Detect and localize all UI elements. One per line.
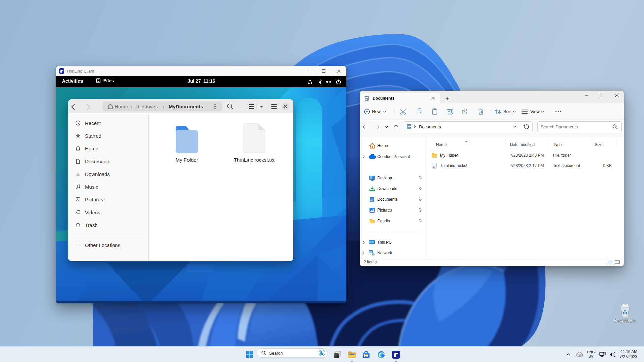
svg-text:7/23/2023 2:17 PM: 7/23/2023 2:17 PM: [510, 163, 544, 168]
svg-text:Size: Size: [595, 142, 603, 147]
svg-text:Search Documents: Search Documents: [541, 124, 578, 129]
svg-text:Home: Home: [377, 143, 388, 148]
svg-text:/: /: [163, 104, 164, 109]
svg-text:Sort: Sort: [503, 109, 512, 114]
svg-text:Text Document: Text Document: [553, 163, 580, 168]
svg-text:0 KB: 0 KB: [603, 163, 612, 168]
svg-text:New: New: [372, 109, 381, 114]
svg-text:Name: Name: [436, 142, 447, 147]
svg-text:Date modified: Date modified: [510, 142, 535, 147]
svg-text:Network: Network: [377, 251, 392, 255]
svg-text:Desktop: Desktop: [377, 176, 392, 180]
svg-text:MyDocuments: MyDocuments: [169, 104, 203, 109]
svg-text:Documents: Documents: [419, 124, 441, 129]
svg-text:Cendio: Cendio: [377, 219, 390, 223]
svg-text:View: View: [530, 109, 540, 114]
svg-text:My Folder: My Folder: [440, 153, 458, 158]
svg-text:Home: Home: [115, 104, 128, 109]
svg-text:Downloads: Downloads: [377, 186, 397, 191]
svg-text:thindrives: thindrives: [136, 104, 158, 109]
svg-text:ThinLinc rocks!: ThinLinc rocks!: [440, 163, 467, 168]
svg-text:Type: Type: [553, 142, 562, 147]
svg-text:7/23/2023 2:43 PM: 7/23/2023 2:43 PM: [510, 153, 544, 158]
svg-text:Pictures: Pictures: [377, 208, 392, 213]
svg-text:Cendio - Personal: Cendio - Personal: [377, 154, 410, 159]
svg-text:File folder: File folder: [553, 153, 571, 158]
svg-text:Documents: Documents: [377, 197, 398, 202]
svg-text:This PC: This PC: [377, 240, 392, 245]
svg-text:/: /: [131, 104, 132, 109]
